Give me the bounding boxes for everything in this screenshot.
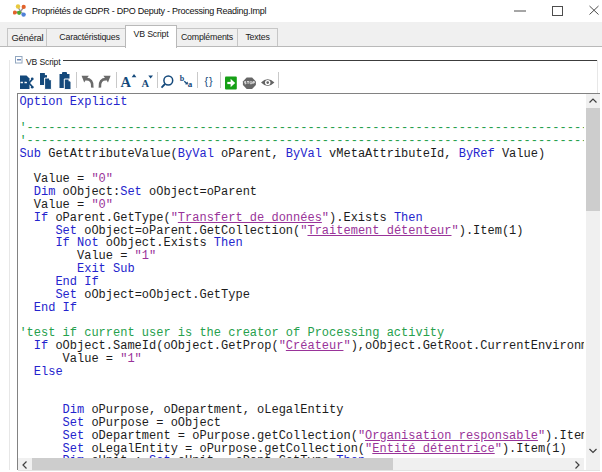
svg-text:{}: {} [205, 75, 214, 87]
svg-text:a: a [188, 79, 193, 89]
svg-text:A: A [121, 74, 132, 90]
svg-text:A: A [142, 78, 150, 89]
